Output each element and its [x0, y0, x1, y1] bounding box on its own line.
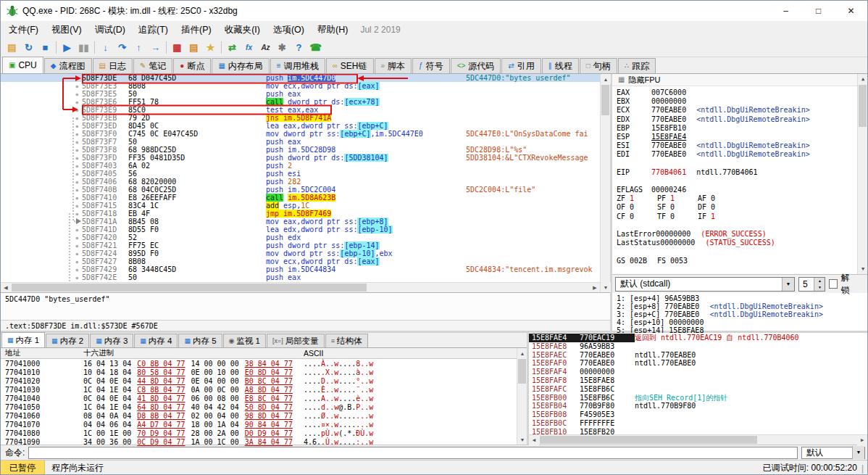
- register-row[interactable]: CF 0TF 0IF 1: [617, 212, 867, 221]
- help-icon[interactable]: ?: [291, 40, 307, 55]
- register-row[interactable]: EFLAGS00000246: [617, 186, 867, 194]
- disasm-row[interactable]: ●5D8F73F750push eax: [1, 138, 600, 146]
- breakpoint-dot[interactable]: ●: [1, 122, 82, 130]
- scroll-left-icon[interactable]: ◀: [1, 283, 11, 293]
- scroll-down-icon[interactable]: ▼: [858, 264, 868, 274]
- stack-row[interactable]: 15E8FAE4770EAC19返回到 ntdll.770EAC19 自 ntd…: [529, 334, 867, 342]
- dump-row[interactable]: 7704109034 00 36 000C D9 04 771A 00 1C 0…: [1, 438, 527, 447]
- register-row[interactable]: OF 0SF 0DF 0: [617, 203, 867, 212]
- register-row[interactable]: EIP770B4061ntdll.770B4061: [617, 168, 867, 177]
- register-row[interactable]: EBP15E8FB10: [617, 124, 867, 133]
- step-into-icon[interactable]: ↓: [97, 40, 114, 55]
- tab-watch1[interactable]: ◉监视 1: [223, 334, 266, 347]
- breakpoint-dot[interactable]: ●: [1, 74, 82, 82]
- unlock-checkbox[interactable]: [829, 279, 837, 289]
- tab-source[interactable]: <>源代码: [451, 58, 501, 73]
- stack-row[interactable]: 15E8FAFC15E8FB6C: [529, 385, 867, 394]
- register-row[interactable]: LastStatus00000000(STATUS_SUCCESS): [617, 239, 867, 247]
- breakpoint-dot[interactable]: ●: [1, 98, 82, 106]
- register-row[interactable]: EDX770EABE0<ntdll.DbgUiRemoteBreakin>: [617, 115, 867, 124]
- minimize-button[interactable]: –: [769, 1, 802, 21]
- disasm-row[interactable]: ●5D8F73F0C745 0C E047C45Dmov dword ptr s…: [1, 130, 600, 138]
- scroll-thumb[interactable]: [601, 85, 609, 115]
- disasm-row[interactable]: ●5D8F740B68 04C0C25Dpush im.5DC2C0045DC2…: [1, 186, 600, 194]
- menu-item-5[interactable]: 收藏夹(I): [218, 22, 267, 38]
- stack-row[interactable]: 15E8FB1015E8FB20: [529, 428, 867, 434]
- breakpoint-dot[interactable]: ●: [1, 273, 82, 281]
- disasm-row[interactable]: ●5D8F741D8D55 F0lea edx,dword ptr ss:[eb…: [1, 226, 600, 234]
- disasm-row[interactable]: ●5D8F7421FF75 ECpush dword ptr ss:[ebp-1…: [1, 241, 600, 249]
- tab-dump2[interactable]: ▦内存 2: [46, 334, 89, 347]
- open-file-icon[interactable]: ▤: [4, 40, 20, 55]
- menu-item-7[interactable]: 帮助(H): [311, 22, 354, 38]
- convention-select[interactable]: 默认 (stdcall) ▼: [615, 277, 795, 292]
- tab-graph[interactable]: ◆流程图: [44, 58, 92, 73]
- run-icon[interactable]: ▶: [59, 40, 75, 55]
- disasm-row[interactable]: ●5D8F741A8B45 08mov eax,dword ptr ss:[eb…: [1, 218, 600, 226]
- scroll-thumb[interactable]: [540, 436, 757, 444]
- menu-item-6[interactable]: 选项(O): [267, 22, 311, 38]
- menu-item-4[interactable]: 插件(P): [175, 22, 218, 38]
- stack-row[interactable]: 15E8FB0015E8FB6C指向SEH_Record[1]的指针: [529, 394, 867, 402]
- disasm-row[interactable]: ●5D8F73E550push eax: [1, 90, 600, 98]
- scroll-right-icon[interactable]: ▶: [590, 283, 600, 293]
- disasm-row[interactable]: ●5D8F73ED8D45 0Clea eax,dword ptr ss:[eb…: [1, 122, 600, 130]
- dump-row[interactable]: 770410400C 04 0E 0441 8D 04 7706 00 08 0…: [1, 395, 527, 403]
- command-input[interactable]: [28, 447, 798, 459]
- breakpoint-dot[interactable]: ●: [1, 162, 82, 170]
- disasm-row[interactable]: ●5D8F73E38B08mov ecx,dword ptr ds:[eax]: [1, 82, 600, 90]
- phone-icon[interactable]: ☎: [307, 40, 324, 55]
- tab-memory-map[interactable]: ▦内存布局: [212, 58, 269, 73]
- breakpoint-dot[interactable]: ●: [1, 202, 82, 210]
- pause-icon[interactable]: ▮▮: [75, 40, 92, 55]
- disasm-row[interactable]: ●5D8F73EB79 2Djns im.5D8F741A: [1, 114, 600, 122]
- settings-gear-icon[interactable]: ✱: [274, 40, 291, 55]
- register-row[interactable]: EBX00000000: [617, 97, 867, 106]
- log-icon[interactable]: ▤: [185, 40, 202, 55]
- register-row[interactable]: ZF 1PF 1AF 0: [617, 194, 867, 203]
- register-row[interactable]: GS 002BFS 0053: [617, 257, 867, 265]
- dump-row[interactable]: 7704100016 04 13 04C0 8B 04 7714 00 00 0…: [1, 360, 527, 368]
- breakpoint-dot[interactable]: ●: [1, 186, 82, 194]
- registers-vscrollbar[interactable]: ▲ ▼: [857, 74, 867, 274]
- register-row[interactable]: [617, 177, 867, 186]
- stop-icon[interactable]: ■: [37, 40, 54, 55]
- scroll-left-icon[interactable]: ◀: [529, 435, 539, 445]
- stack-hscrollbar[interactable]: ◀ ▶: [529, 434, 867, 445]
- disasm-row[interactable]: ●5D8F740556push esi: [1, 170, 600, 178]
- stack-row[interactable]: 15E8FAF815E8FAE8: [529, 376, 867, 385]
- register-row[interactable]: LastError00000000(ERROR_SUCCESS): [617, 230, 867, 239]
- tab-trace[interactable]: ∴跟踪: [618, 58, 656, 73]
- breakpoint-dot[interactable]: ●: [1, 234, 82, 241]
- menu-item-3[interactable]: 追踪(T): [132, 22, 175, 38]
- argument-row[interactable]: 2: [esp+8] 770EABE0<ntdll.DbgUiRemoteBre…: [617, 302, 856, 310]
- tab-symbols[interactable]: ƒ符号: [412, 58, 450, 73]
- arg-count-stepper[interactable]: 5 ▲ ▼: [798, 277, 825, 292]
- tab-threads[interactable]: ∥线程: [542, 58, 579, 73]
- breakpoint-dot[interactable]: ●: [1, 265, 82, 273]
- breakpoint-dot[interactable]: ●: [1, 170, 82, 178]
- chevron-down-icon[interactable]: ▼: [782, 278, 794, 291]
- breakpoint-dot[interactable]: ●: [1, 146, 82, 154]
- disasm-hscrollbar[interactable]: ◀ ▶: [1, 282, 600, 292]
- breakpoint-dot[interactable]: ●: [1, 226, 82, 234]
- menu-item-1[interactable]: 视图(V): [45, 22, 88, 38]
- menu-item-2[interactable]: 调试(D): [88, 22, 132, 38]
- stack-row[interactable]: 15E8FAF400000000: [529, 368, 867, 376]
- scroll-up-icon[interactable]: ▲: [601, 74, 611, 84]
- register-row[interactable]: ESP15E8FAE4: [617, 133, 867, 141]
- tab-dump5[interactable]: ▦内存 5: [178, 334, 222, 347]
- breakpoint-dot[interactable]: ●: [1, 130, 82, 138]
- tab-notes[interactable]: ✎笔记: [133, 58, 172, 73]
- scroll-thumb[interactable]: [12, 284, 367, 292]
- scroll-down-icon[interactable]: ▼: [517, 434, 527, 445]
- breakpoint-dot[interactable]: ●: [1, 90, 82, 98]
- command-mode-select[interactable]: 默认 ▼: [801, 447, 865, 459]
- register-row[interactable]: EDI770EABE0<ntdll.DbgUiRemoteBreakin>: [617, 150, 867, 159]
- dump-row[interactable]: 770410801C 00 1E 0070 D9 04 7728 00 2A 0…: [1, 429, 527, 438]
- fx-icon[interactable]: fx: [241, 40, 257, 55]
- register-row[interactable]: [617, 247, 867, 256]
- disasm-row[interactable]: ●5D8F73FDFF35 0481D35Dpush dword ptr ds:…: [1, 154, 600, 162]
- disasm-row[interactable]: ●5D8F73DE68 D047C45Dpush im.5DC447D05DC4…: [1, 74, 600, 82]
- maximize-button[interactable]: □: [802, 1, 835, 21]
